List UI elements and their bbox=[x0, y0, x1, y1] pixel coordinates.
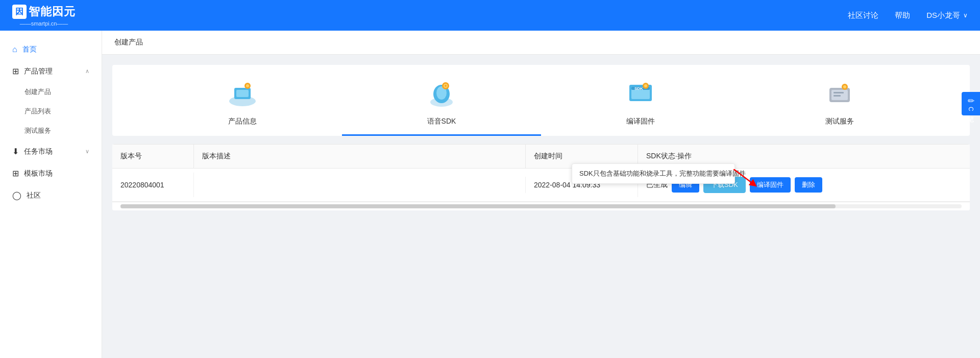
sidebar-item-product-list[interactable]: 产品列表 bbox=[0, 102, 102, 121]
step-tabs-icons: 产品信息 bbox=[112, 77, 970, 134]
scroll-track bbox=[120, 204, 962, 208]
product-info-icon-container bbox=[225, 77, 260, 113]
compile-firmware-icon-container: SDK bbox=[623, 77, 658, 113]
table-header: 版本号 版本描述 创建时间 SDK状态·操作 bbox=[112, 144, 970, 169]
test-service-icon-container bbox=[822, 77, 857, 113]
right-note-label: C笔记 bbox=[967, 107, 975, 111]
breadcrumb: 创建产品 bbox=[102, 31, 980, 55]
sidebar-item-task-market[interactable]: ⬇ 任务市场 ∨ bbox=[0, 140, 102, 162]
cell-version: 20220804001 bbox=[112, 173, 194, 197]
cell-status-actions: 已生成 编辑 下载SDK 编译固件 删除 SDK只包含基础功能和烧录工具，完整功… bbox=[638, 169, 970, 201]
logo-title: 因 智能因元 bbox=[12, 4, 76, 19]
tab-underline-1 bbox=[143, 134, 342, 136]
logo-box: 因 bbox=[12, 5, 27, 19]
table-row: 20220804001 2022-08-04 14:09:33 已生成 编辑 下… bbox=[112, 169, 970, 202]
nav-help[interactable]: 帮助 bbox=[895, 11, 910, 20]
sidebar-item-home[interactable]: ⌂ 首页 bbox=[0, 39, 102, 60]
svg-rect-21 bbox=[834, 92, 844, 93]
step-tab-compile-firmware[interactable]: SDK 编译固件 bbox=[541, 77, 740, 126]
note-icon: ✏ bbox=[968, 96, 974, 106]
table-area: 版本号 版本描述 创建时间 SDK状态·操作 20220804001 2022-… bbox=[112, 144, 970, 210]
delete-button[interactable]: 删除 bbox=[795, 177, 822, 193]
sidebar-home-label: 首页 bbox=[22, 45, 89, 54]
user-name: DS小龙哥 bbox=[926, 11, 960, 20]
sidebar-product-management-label: 产品管理 bbox=[24, 67, 80, 76]
step-tab-product-info[interactable]: 产品信息 bbox=[143, 77, 342, 126]
step-tab-voice-sdk[interactable]: 语音SDK bbox=[342, 77, 541, 126]
tabs-underline-container bbox=[112, 134, 970, 136]
template-icon: ⊞ bbox=[12, 169, 19, 178]
step-label-product-info: 产品信息 bbox=[228, 117, 257, 126]
sidebar-item-create-product[interactable]: 创建产品 bbox=[0, 82, 102, 102]
logo: 因 智能因元 ——smartpi.cn—— bbox=[12, 4, 76, 27]
community-icon: ◯ bbox=[12, 190, 21, 200]
svg-point-16 bbox=[644, 84, 647, 87]
user-chevron-icon: ∨ bbox=[963, 12, 968, 19]
nav-community[interactable]: 社区讨论 bbox=[848, 11, 878, 20]
tab-underline-2 bbox=[342, 134, 541, 136]
sidebar-item-test-service[interactable]: 测试服务 bbox=[0, 121, 102, 140]
right-note-button[interactable]: ✏ C笔记 bbox=[962, 92, 980, 115]
logo-sub: ——smartpi.cn—— bbox=[20, 20, 68, 27]
test-service-icon bbox=[823, 79, 856, 111]
step-label-compile-firmware: 编译固件 bbox=[626, 117, 655, 126]
svg-rect-2 bbox=[236, 90, 249, 97]
svg-point-20 bbox=[843, 85, 846, 88]
tooltip-popup: SDK只包含基础功能和烧录工具，完整功能需要编译固件 bbox=[572, 163, 735, 184]
step-label-test-service: 测试服务 bbox=[825, 117, 854, 126]
header: 因 智能因元 ——smartpi.cn—— 社区讨论 帮助 DS小龙哥 ∨ bbox=[0, 0, 980, 31]
sidebar-item-template-market[interactable]: ⊞ 模板市场 bbox=[0, 162, 102, 184]
header-nav: 社区讨论 帮助 DS小龙哥 ∨ bbox=[848, 11, 968, 20]
voice-sdk-icon bbox=[425, 79, 458, 111]
svg-point-10 bbox=[445, 85, 447, 87]
sidebar-community-label: 社区 bbox=[27, 191, 89, 200]
download-icon: ⬇ bbox=[12, 147, 19, 156]
compile-firmware-icon: SDK bbox=[624, 79, 657, 111]
step-label-voice-sdk: 语音SDK bbox=[427, 117, 456, 126]
voice-sdk-icon-container bbox=[424, 77, 459, 113]
product-info-icon bbox=[226, 79, 259, 111]
scroll-thumb bbox=[120, 204, 836, 208]
content-area: 产品信息 bbox=[102, 55, 980, 221]
sidebar-template-market-label: 模板市场 bbox=[24, 169, 89, 178]
layers-icon: ⊞ bbox=[12, 66, 19, 76]
chevron-up-icon: ∧ bbox=[85, 68, 89, 75]
chevron-down-icon: ∨ bbox=[85, 148, 89, 155]
main-layout: ⌂ 首页 ⊞ 产品管理 ∧ 创建产品 产品列表 测试服务 ⬇ 任务市场 ∨ ⊞ bbox=[0, 31, 980, 358]
svg-rect-22 bbox=[834, 95, 841, 97]
sidebar-task-market-label: 任务市场 bbox=[24, 147, 80, 156]
col-header-version: 版本号 bbox=[112, 145, 194, 168]
horizontal-scrollbar[interactable] bbox=[112, 202, 970, 210]
svg-line-23 bbox=[733, 169, 754, 184]
svg-point-4 bbox=[246, 84, 249, 87]
tab-underline-3 bbox=[541, 134, 740, 136]
sidebar-sub-product: 创建产品 产品列表 测试服务 bbox=[0, 82, 102, 140]
cell-description bbox=[194, 177, 526, 193]
main-content: 创建产品 bbox=[102, 31, 980, 358]
sidebar-item-community[interactable]: ◯ 社区 bbox=[0, 184, 102, 206]
header-user[interactable]: DS小龙哥 ∨ bbox=[926, 11, 968, 20]
sidebar-item-product-management[interactable]: ⊞ 产品管理 ∧ bbox=[0, 60, 102, 82]
home-icon: ⌂ bbox=[12, 45, 17, 54]
col-header-description: 版本描述 bbox=[194, 145, 526, 168]
step-tabs: 产品信息 bbox=[112, 65, 970, 136]
svg-text:SDK: SDK bbox=[634, 86, 643, 91]
tab-underline-4 bbox=[740, 134, 939, 136]
sidebar: ⌂ 首页 ⊞ 产品管理 ∧ 创建产品 产品列表 测试服务 ⬇ 任务市场 ∨ ⊞ bbox=[0, 31, 102, 358]
step-tab-test-service[interactable]: 测试服务 bbox=[740, 77, 939, 126]
tooltip-arrow-icon bbox=[733, 169, 764, 195]
